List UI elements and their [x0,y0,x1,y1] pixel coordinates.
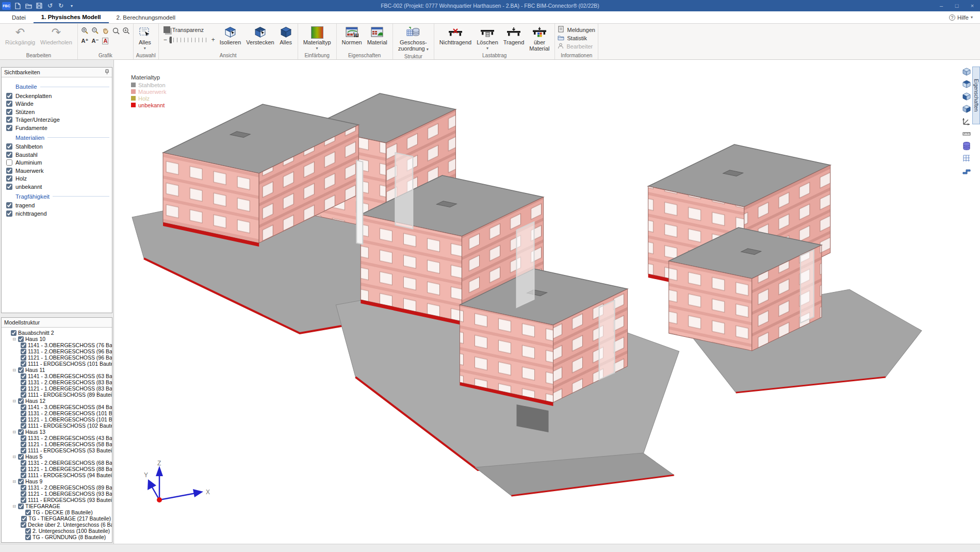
tree-item[interactable]: 1111 - ERDGESCHOSS (89 Bauteile) [3,392,111,398]
font-decrease-icon[interactable]: A⁻ [91,37,100,45]
tree-checkbox[interactable] [21,448,26,453]
tree-item[interactable]: 1131 - 2.OBERGESCHOSS (43 Bauteile) [3,435,111,441]
model-toolbar-icon[interactable] [103,319,109,326]
tree-checkbox[interactable] [21,343,26,348]
tree-item[interactable]: 1121 - 1.OBERGESCHOSS (58 Bauteile) [3,441,111,447]
ueber-material-button[interactable]: überMaterial [527,25,552,52]
pan-icon[interactable] [101,26,110,35]
tree-item[interactable]: 2. Untergeschoss (100 Bauteile) [3,528,111,534]
redo-button[interactable]: ↷ Wiederholen [38,25,75,46]
save-icon[interactable] [36,2,43,9]
font-increase-icon[interactable]: A⁺ [80,37,89,45]
dimensions-icon[interactable] [961,128,972,139]
tree-checkbox[interactable] [21,374,26,379]
tree-checkbox[interactable] [18,398,24,404]
tree-checkbox[interactable] [25,534,31,540]
tree-item[interactable]: ⊟ Haus 9 [3,478,111,484]
redo-small-icon[interactable]: ↻ [57,2,64,9]
visibility-checkbox-item[interactable]: tragend [4,202,109,210]
visibility-checkbox-item[interactable]: Aluminium [4,159,109,167]
visibility-checkbox-item[interactable]: Baustahl [4,151,109,159]
zoom-window-icon[interactable] [111,26,120,35]
checkbox[interactable] [6,101,12,107]
tree-checkbox[interactable] [21,485,26,491]
tree-checkbox[interactable] [21,361,26,367]
checkbox[interactable] [6,143,12,150]
tree-item[interactable]: ⊟ Haus 10 [3,336,111,342]
tree-item[interactable]: TG - GRÜNDUNG (8 Bauteile) [3,534,111,540]
meldungen-button[interactable]: Meldungen [558,26,595,34]
tree-checkbox[interactable] [21,380,26,385]
tree-checkbox[interactable] [21,417,26,423]
materialtyp-button[interactable]: Materialtyp ▾ [301,25,334,52]
tree-checkbox[interactable] [21,423,26,429]
tree-checkbox[interactable] [21,497,26,503]
zoom-in-icon[interactable] [80,26,89,35]
tree-checkbox[interactable] [21,460,26,466]
loeschen-button[interactable]: Löschen ▾ [474,25,501,52]
transparency-slider[interactable]: − + [164,36,215,43]
visibility-checkbox-item[interactable]: Mauerwerk [4,167,109,175]
checkbox[interactable] [6,202,12,208]
coordinate-axes-icon[interactable] [961,116,972,126]
checkbox[interactable] [6,175,12,182]
database-icon[interactable] [961,140,972,151]
checkbox[interactable] [6,93,12,99]
model-toolbar-icon[interactable] [93,319,100,326]
checkbox[interactable] [6,210,12,217]
checkbox[interactable] [6,159,12,166]
tree-checkbox[interactable] [21,473,26,478]
tree-item[interactable]: ⊟ Haus 13 [3,429,111,435]
tree-checkbox[interactable] [21,386,26,392]
tree-checkbox[interactable] [18,454,24,460]
visibility-checkbox-item[interactable]: Träger/Unterzüge [4,116,109,124]
visibility-checkbox-item[interactable]: Fundamente [4,124,109,132]
transparency-toggle[interactable]: Transparenz [164,26,215,33]
view-cube-front-icon[interactable] [961,91,972,102]
checkbox[interactable] [6,184,12,190]
tree-item[interactable]: 1121 - 1.OBERGESCHOSS (83 Bauteile) [3,385,111,392]
tree-item[interactable]: 1111 - ERDGESCHOSS (53 Bauteile) [3,447,111,453]
tree-checkbox[interactable] [21,404,26,410]
tree-item[interactable]: 1131 - 2.OBERGESCHOSS (68 Bauteile) [3,460,111,466]
tree-item[interactable]: 1141 - 3.OBERGESCHOSS (76 Bauteile) [3,342,111,348]
isolate-button[interactable]: Isolieren [217,25,244,46]
checkbox[interactable] [6,125,12,131]
toolbar-options-icon[interactable]: ▾ [68,2,75,9]
help-button[interactable]: ? Hilfe ▾ [949,11,973,23]
tree-checkbox[interactable] [11,330,17,336]
visibility-checkbox-item[interactable]: Deckenplatten [4,92,109,100]
tree-item[interactable]: ⊟ Haus 12 [3,398,111,404]
tree-expander-icon[interactable]: ⊟ [12,479,17,484]
tree-checkbox[interactable] [18,504,24,509]
tree-item[interactable]: Decke über 2. Untergeschoss (6 Bauteile) [3,522,111,528]
tree-checkbox[interactable] [18,479,24,484]
material-button[interactable]: Material [365,25,390,46]
tree-checkbox[interactable] [21,516,27,522]
tree-checkbox[interactable] [21,442,26,447]
checkbox[interactable] [6,117,12,123]
visibility-checkbox-item[interactable]: Stahlbeton [4,143,109,151]
tree-item[interactable]: ⊟ Haus 11 [3,367,111,373]
normen-button[interactable]: \u00a7 Normen [339,25,365,46]
open-folder-icon[interactable] [25,2,32,9]
view-cube-side-icon[interactable] [961,103,972,114]
model-toolbar-icon[interactable] [73,319,80,326]
tree-item[interactable]: 1131 - 2.OBERGESCHOSS (101 Bauteile) [3,410,111,416]
section-view-icon[interactable] [961,165,972,176]
tree-item[interactable]: 1121 - 1.OBERGESCHOSS (96 Bauteile) [3,354,111,361]
tree-expander-icon[interactable]: ⊟ [12,368,17,372]
view-cube-top-icon[interactable] [961,78,972,89]
tree-checkbox[interactable] [21,491,26,497]
undo-button[interactable]: ↶ Rückgängig [3,25,38,46]
slider-minus[interactable]: − [164,36,167,43]
grid-raster-icon[interactable] [961,153,972,164]
new-document-icon[interactable] [14,2,21,9]
tree-item[interactable]: TG - TIEFGARAGE (217 Bauteile) [3,515,111,522]
undo-small-icon[interactable]: ↺ [46,2,54,9]
visibility-checkbox-item[interactable]: Holz [4,175,109,183]
checkbox[interactable] [6,152,12,158]
model-toolbar-icon[interactable] [44,319,51,326]
tree-checkbox[interactable] [25,528,31,534]
tree-checkbox[interactable] [21,435,26,441]
